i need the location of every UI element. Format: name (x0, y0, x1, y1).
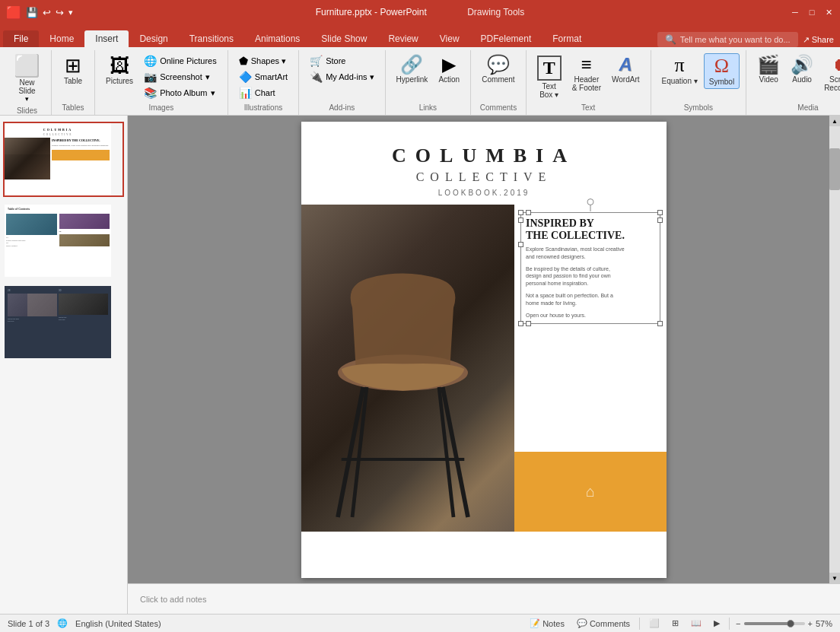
search-placeholder: Tell me what you want to do... (680, 35, 791, 44)
tab-design[interactable]: Design (129, 30, 178, 47)
handle-bm[interactable] (526, 321, 531, 326)
tab-transitions[interactable]: Transitions (179, 30, 244, 47)
tab-file[interactable]: File (3, 30, 39, 47)
minimize-btn[interactable]: ─ (790, 7, 800, 17)
handle-ml[interactable] (518, 218, 523, 223)
handle-br[interactable] (657, 321, 663, 326)
notes-area[interactable]: Click to add notes (128, 583, 840, 614)
wordart-button[interactable]: A WordArt (607, 53, 644, 86)
ribbon: ⬜ NewSlide ▾ Slides ⊞ Table Tables 🖼 Pic… (0, 47, 840, 116)
slide-2-right: 26 (59, 214, 110, 247)
screenshot-button[interactable]: 📷 Screenshot ▾ (139, 69, 221, 84)
text-box-button[interactable]: T TextBox ▾ (533, 53, 566, 101)
language-label: English (United States) (75, 619, 161, 628)
table-button[interactable]: ⊞ Table (58, 53, 88, 87)
maximize-btn[interactable]: □ (807, 7, 817, 17)
new-slide-dropdown[interactable]: ▾ (25, 95, 29, 103)
symbol-button[interactable]: Ω Symbol (704, 53, 740, 89)
slide-count: Slide 1 of 3 (8, 619, 49, 628)
vertical-scrollbar[interactable]: ▲ ▼ (829, 116, 840, 583)
reading-view-btn[interactable]: 📖 (688, 617, 705, 630)
slideshow-btn[interactable]: ▶ (711, 617, 723, 630)
redo-btn[interactable]: ↪ (56, 7, 64, 18)
comments-btn[interactable]: 💬 Comments (574, 617, 633, 630)
tab-animations[interactable]: Animations (244, 30, 310, 47)
handle-mr[interactable] (657, 218, 663, 223)
title-bar-left: 🟥 💾 ↩ ↪ ▾ (6, 5, 73, 20)
video-button[interactable]: 🎬 Video (752, 53, 784, 86)
tab-review[interactable]: Review (377, 30, 428, 47)
quick-access-save[interactable]: 💾 (26, 7, 38, 18)
hyperlink-button[interactable]: 🔗 Hyperlink (392, 53, 433, 86)
reading-view-icon: 📖 (691, 618, 702, 628)
slide-preview-3[interactable]: 28 content text heremore info 30 content… (3, 284, 124, 360)
slide-sorter-btn[interactable]: ⊞ (669, 617, 682, 630)
tab-view[interactable]: View (429, 30, 470, 47)
chart-button[interactable]: 📊 Chart (234, 85, 292, 100)
shapes-button[interactable]: ⬟ Shapes ▾ (234, 53, 292, 68)
tab-pdf[interactable]: PDFelement (470, 30, 542, 47)
slide-thumb-1[interactable]: 1 COLUMBIA COLLECTIVE INSPIRED BY THE CO… (3, 122, 124, 197)
undo-btn[interactable]: ↩ (43, 7, 51, 18)
share-btn[interactable]: ↗ Share (803, 35, 834, 45)
search-box[interactable]: 🔍 Tell me what you want to do... (657, 32, 798, 47)
zoom-fill (744, 622, 790, 625)
scroll-up-btn[interactable]: ▲ (829, 116, 840, 126)
slide-mini-1: COLUMBIA COLLECTIVE INSPIRED BY THE COLL… (5, 123, 111, 195)
links-items: 🔗 Hyperlink ▶ Action (392, 53, 465, 102)
photo-album-button[interactable]: 📚 Photo Album ▾ (139, 85, 221, 100)
new-slide-button[interactable]: ⬜ NewSlide ▾ (9, 53, 45, 105)
text-box-selected[interactable]: INSPIRED BY THE COLLECTIVE. Explore Scan… (520, 212, 660, 325)
screenshot-dropdown[interactable]: ▾ (205, 72, 210, 82)
text-box-container[interactable]: INSPIRED BY THE COLLECTIVE. Explore Scan… (520, 212, 660, 325)
slide-preview-2[interactable]: Table of Contents 24some content text he… (3, 203, 124, 278)
smartart-button[interactable]: 🔷 SmartArt (234, 69, 292, 84)
zoom-in-btn[interactable]: + (808, 619, 813, 628)
links-group-label: Links (392, 102, 465, 112)
tab-insert[interactable]: Insert (84, 30, 129, 47)
scroll-thumb[interactable] (829, 148, 840, 190)
slideshow-icon: ▶ (714, 618, 720, 628)
zoom-slider[interactable] (744, 622, 805, 625)
slide-thumb-3[interactable]: 3 28 content text heremore info 30 (3, 284, 124, 360)
new-slide-icon: ⬜ (14, 56, 40, 77)
handle-tr[interactable] (657, 210, 663, 215)
audio-button[interactable]: 🔊 Audio (786, 53, 818, 86)
video-label: Video (759, 75, 778, 84)
handle-tm[interactable] (526, 210, 531, 215)
customize-qat[interactable]: ▾ (68, 8, 73, 17)
header-footer-button[interactable]: ≡ Header& Footer (568, 53, 606, 94)
equation-button[interactable]: π Equation ▾ (657, 53, 702, 87)
my-addins-button[interactable]: 🔌 My Add-ins ▾ (305, 69, 378, 84)
screen-recording-button[interactable]: ⏺ ScreenRecording (819, 53, 840, 94)
header-footer-label: Header& Footer (572, 75, 601, 92)
close-btn[interactable]: ✕ (823, 7, 834, 17)
handle-bl[interactable] (518, 321, 523, 326)
slide-preview-1[interactable]: COLUMBIA COLLECTIVE INSPIRED BY THE COLL… (3, 122, 124, 197)
comments-items: 💬 Comment (477, 53, 519, 102)
click-to-add-notes: Click to add notes (140, 595, 206, 604)
action-button[interactable]: ▶ Action (434, 53, 464, 86)
scroll-down-btn[interactable]: ▼ (829, 573, 840, 583)
pictures-button[interactable]: 🖼 Pictures (101, 53, 138, 87)
tab-home[interactable]: Home (39, 30, 84, 47)
slide-canvas[interactable]: COLUMBIA COLLECTIVE LOOKBOOK.2019 (301, 122, 667, 578)
zoom-out-btn[interactable]: − (736, 619, 740, 628)
store-button[interactable]: 🛒 Store (305, 53, 378, 68)
photo-album-dropdown[interactable]: ▾ (211, 88, 215, 98)
rotate-handle[interactable] (587, 198, 594, 205)
comment-button[interactable]: 💬 Comment (477, 53, 519, 86)
handle-extra-ml[interactable] (518, 242, 523, 247)
zoom-thumb[interactable] (787, 620, 794, 627)
handle-tl[interactable] (518, 210, 523, 215)
slide-thumb-2[interactable]: 2 Table of Contents 24some content text … (3, 203, 124, 278)
tab-slideshow[interactable]: Slide Show (310, 30, 377, 47)
normal-view-btn[interactable]: ⬜ (646, 617, 663, 630)
notes-btn[interactable]: 📝 Notes (527, 617, 568, 630)
slide-3-person (27, 294, 57, 316)
media-items: 🎬 Video 🔊 Audio ⏺ ScreenRecording (752, 53, 840, 102)
online-pictures-button[interactable]: 🌐 Online Pictures (139, 53, 221, 68)
tab-format[interactable]: Format (542, 30, 592, 47)
table-icon: ⊞ (65, 56, 81, 75)
comment-label: Comment (482, 75, 514, 84)
